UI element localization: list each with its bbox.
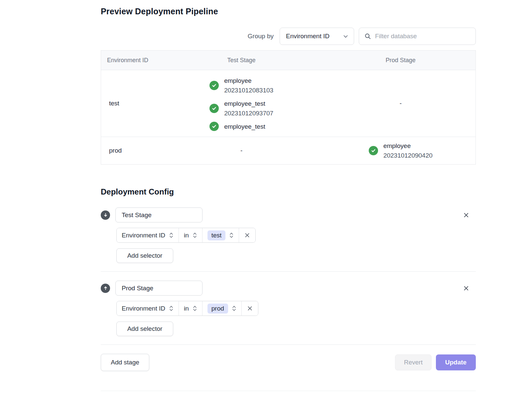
selector-key-select[interactable]: Environment ID	[117, 301, 179, 316]
chevron-up-down-icon	[193, 232, 197, 239]
selector-key-value: Environment ID	[122, 232, 165, 239]
check-circle-icon	[209, 81, 219, 90]
close-icon	[247, 305, 253, 312]
update-button[interactable]: Update	[436, 354, 476, 370]
task-version: 20231012090420	[383, 151, 433, 160]
bottom-divider	[101, 391, 476, 391]
task-item: employee 20231012083103	[209, 76, 273, 95]
page-title: Preview Deployment Pipeline	[101, 7, 476, 16]
selector-operator-value: in	[184, 305, 189, 312]
remove-selector-button[interactable]	[241, 301, 258, 316]
remove-stage-button[interactable]	[463, 212, 469, 218]
close-icon	[244, 232, 250, 238]
check-circle-icon	[209, 104, 219, 113]
selector-key-value: Environment ID	[122, 305, 165, 312]
pipeline-table: Environment ID Test Stage Prod Stage tes…	[101, 50, 476, 165]
selector-key-select[interactable]: Environment ID	[117, 228, 179, 242]
stage-section-test: Environment ID in test	[101, 207, 476, 263]
add-selector-button[interactable]: Add selector	[116, 322, 173, 336]
group-by-label: Group by	[248, 33, 274, 40]
revert-button[interactable]: Revert	[395, 354, 432, 370]
footer-divider	[101, 344, 476, 345]
task-name: employee_test	[224, 122, 265, 131]
search-icon	[364, 33, 371, 40]
selector-operator-select[interactable]: in	[179, 228, 202, 242]
selector-operator-select[interactable]: in	[179, 301, 202, 316]
selector-operator-value: in	[184, 232, 189, 239]
remove-selector-button[interactable]	[239, 228, 255, 242]
selector-rule: Environment ID in prod	[116, 301, 258, 316]
group-by-selected-value: Environment ID	[286, 33, 330, 40]
environment-label: test	[101, 70, 157, 137]
check-circle-icon	[209, 122, 219, 131]
task-version: 20231012093707	[224, 108, 273, 118]
close-icon	[463, 285, 469, 292]
deployment-page: Preview Deployment Pipeline Group by Env…	[101, 0, 476, 391]
filter-database-input[interactable]	[375, 33, 470, 40]
prod-stage-empty: -	[326, 70, 476, 137]
chevron-up-down-icon	[232, 305, 236, 312]
selector-value-select[interactable]: test	[202, 228, 239, 242]
toolbar: Group by Environment ID	[101, 28, 476, 45]
task-item: employee_test 20231012093707	[209, 99, 273, 118]
task-name: employee	[383, 141, 433, 151]
chevron-up-down-icon	[169, 305, 174, 312]
test-stage-empty: -	[157, 137, 326, 165]
chevron-up-down-icon	[193, 305, 197, 312]
pipeline-table-header: Environment ID Test Stage Prod Stage	[101, 51, 476, 70]
selector-value-badge: test	[207, 230, 226, 240]
stage-name-input[interactable]	[115, 281, 202, 296]
footer-actions: Add stage Revert Update	[101, 354, 476, 371]
close-icon	[463, 212, 469, 218]
stage-name-input[interactable]	[115, 207, 202, 222]
test-stage-cell: employee 20231012083103 employee_test 20…	[157, 70, 326, 137]
chevron-down-icon	[343, 34, 348, 39]
remove-stage-button[interactable]	[463, 285, 469, 292]
chevron-up-down-icon	[169, 232, 174, 239]
column-header-prod-stage: Prod Stage	[326, 51, 476, 70]
arrow-up-circle-icon	[101, 284, 110, 293]
column-header-test-stage: Test Stage	[157, 51, 326, 70]
task-version: 20231012083103	[224, 85, 273, 95]
task-item: employee 20231012090420	[369, 141, 433, 160]
add-stage-button[interactable]: Add stage	[101, 354, 149, 371]
environment-label: prod	[101, 137, 157, 165]
task-list: employee 20231012090420	[369, 141, 433, 160]
selector-value-select[interactable]: prod	[202, 301, 241, 316]
column-header-environment-id: Environment ID	[101, 51, 157, 70]
selector-value-badge: prod	[207, 304, 228, 314]
prod-stage-cell: employee 20231012090420	[326, 137, 476, 165]
table-row-test: test employee 20231012083103	[101, 70, 476, 137]
group-by-select[interactable]: Environment ID	[280, 28, 354, 45]
stage-section-prod: Environment ID in prod	[101, 281, 476, 336]
filter-database-field[interactable]	[359, 28, 476, 45]
task-item: employee_test	[209, 122, 265, 131]
deployment-config-title: Deployment Config	[101, 187, 476, 197]
stage-divider	[101, 271, 476, 272]
table-row-prod: prod - employee 20231012090420	[101, 137, 476, 165]
chevron-up-down-icon	[229, 232, 234, 239]
add-selector-button[interactable]: Add selector	[116, 248, 173, 263]
task-name: employee	[224, 76, 273, 85]
arrow-down-circle-icon	[101, 210, 110, 220]
task-list: employee 20231012083103 employee_test 20…	[209, 76, 273, 131]
check-circle-icon	[369, 146, 378, 155]
task-name: employee_test	[224, 99, 273, 108]
selector-rule: Environment ID in test	[116, 228, 256, 243]
